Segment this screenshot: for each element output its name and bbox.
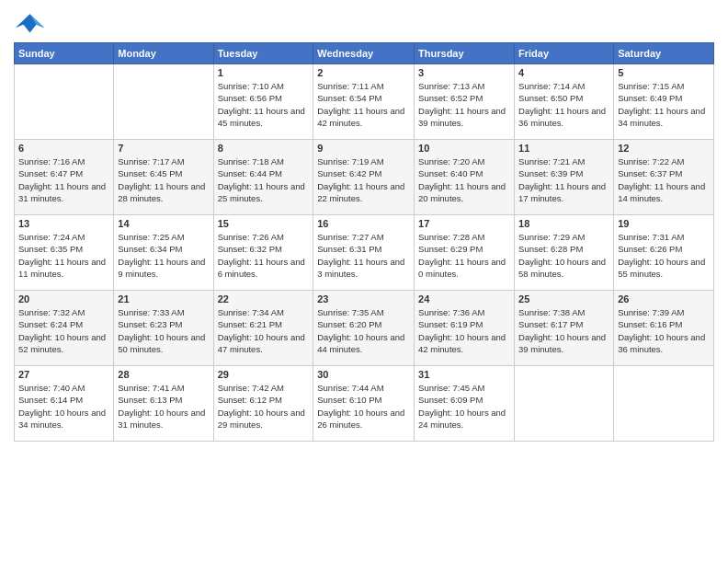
day-number: 19 xyxy=(618,218,710,229)
calendar-cell: 6Sunrise: 7:16 AM Sunset: 6:47 PM Daylig… xyxy=(15,140,114,215)
calendar-week-2: 6Sunrise: 7:16 AM Sunset: 6:47 PM Daylig… xyxy=(15,140,714,215)
day-info: Sunrise: 7:35 AM Sunset: 6:20 PM Dayligh… xyxy=(317,306,410,355)
logo xyxy=(14,9,50,35)
day-number: 21 xyxy=(118,293,209,304)
day-number: 5 xyxy=(618,67,710,78)
weekday-header-tuesday: Tuesday xyxy=(213,43,313,64)
weekday-header-saturday: Saturday xyxy=(614,43,714,64)
day-number: 25 xyxy=(518,293,609,304)
calendar-cell: 29Sunrise: 7:42 AM Sunset: 6:12 PM Dayli… xyxy=(213,366,313,442)
calendar-cell xyxy=(114,64,213,140)
day-info: Sunrise: 7:10 AM Sunset: 6:56 PM Dayligh… xyxy=(218,80,310,129)
calendar-cell: 9Sunrise: 7:19 AM Sunset: 6:42 PM Daylig… xyxy=(313,140,415,215)
day-info: Sunrise: 7:25 AM Sunset: 6:34 PM Dayligh… xyxy=(118,231,209,280)
calendar-cell: 18Sunrise: 7:29 AM Sunset: 6:28 PM Dayli… xyxy=(515,215,614,291)
weekday-header-friday: Friday xyxy=(515,43,614,64)
day-info: Sunrise: 7:16 AM Sunset: 6:47 PM Dayligh… xyxy=(18,155,109,204)
svg-marker-0 xyxy=(16,14,45,32)
day-number: 7 xyxy=(118,143,209,154)
day-info: Sunrise: 7:18 AM Sunset: 6:44 PM Dayligh… xyxy=(218,155,310,204)
calendar-header: SundayMondayTuesdayWednesdayThursdayFrid… xyxy=(15,43,714,64)
calendar-cell: 21Sunrise: 7:33 AM Sunset: 6:23 PM Dayli… xyxy=(114,291,213,366)
day-number: 27 xyxy=(18,369,109,380)
calendar-table: SundayMondayTuesdayWednesdayThursdayFrid… xyxy=(14,42,714,442)
calendar-week-5: 27Sunrise: 7:40 AM Sunset: 6:14 PM Dayli… xyxy=(15,366,714,442)
day-number: 31 xyxy=(418,369,510,380)
calendar-cell: 2Sunrise: 7:11 AM Sunset: 6:54 PM Daylig… xyxy=(313,64,415,140)
day-info: Sunrise: 7:31 AM Sunset: 6:26 PM Dayligh… xyxy=(618,231,710,280)
day-number: 11 xyxy=(518,143,609,154)
day-number: 23 xyxy=(317,293,410,304)
day-info: Sunrise: 7:32 AM Sunset: 6:24 PM Dayligh… xyxy=(18,306,109,355)
calendar-cell: 22Sunrise: 7:34 AM Sunset: 6:21 PM Dayli… xyxy=(213,291,313,366)
weekday-header-monday: Monday xyxy=(114,43,213,64)
calendar-cell: 3Sunrise: 7:13 AM Sunset: 6:52 PM Daylig… xyxy=(415,64,515,140)
day-number: 17 xyxy=(418,218,510,229)
calendar-container: SundayMondayTuesdayWednesdayThursdayFrid… xyxy=(0,0,728,563)
calendar-cell xyxy=(515,366,614,442)
weekday-header-sunday: Sunday xyxy=(15,43,114,64)
day-info: Sunrise: 7:40 AM Sunset: 6:14 PM Dayligh… xyxy=(18,382,109,431)
day-number: 14 xyxy=(118,218,209,229)
day-number: 16 xyxy=(317,218,410,229)
day-info: Sunrise: 7:20 AM Sunset: 6:40 PM Dayligh… xyxy=(418,155,510,204)
day-info: Sunrise: 7:19 AM Sunset: 6:42 PM Dayligh… xyxy=(317,155,410,204)
calendar-week-4: 20Sunrise: 7:32 AM Sunset: 6:24 PM Dayli… xyxy=(15,291,714,366)
calendar-cell: 23Sunrise: 7:35 AM Sunset: 6:20 PM Dayli… xyxy=(313,291,415,366)
day-info: Sunrise: 7:36 AM Sunset: 6:19 PM Dayligh… xyxy=(418,306,510,355)
day-info: Sunrise: 7:14 AM Sunset: 6:50 PM Dayligh… xyxy=(518,80,609,129)
day-info: Sunrise: 7:33 AM Sunset: 6:23 PM Dayligh… xyxy=(118,306,209,355)
calendar-cell: 24Sunrise: 7:36 AM Sunset: 6:19 PM Dayli… xyxy=(415,291,515,366)
day-info: Sunrise: 7:17 AM Sunset: 6:45 PM Dayligh… xyxy=(118,155,209,204)
calendar-cell: 15Sunrise: 7:26 AM Sunset: 6:32 PM Dayli… xyxy=(213,215,313,291)
calendar-cell: 30Sunrise: 7:44 AM Sunset: 6:10 PM Dayli… xyxy=(313,366,415,442)
day-number: 22 xyxy=(218,293,310,304)
day-info: Sunrise: 7:42 AM Sunset: 6:12 PM Dayligh… xyxy=(218,382,310,431)
header xyxy=(14,9,714,35)
calendar-cell: 31Sunrise: 7:45 AM Sunset: 6:09 PM Dayli… xyxy=(415,366,515,442)
day-number: 13 xyxy=(18,218,109,229)
day-number: 18 xyxy=(518,218,609,229)
calendar-cell: 1Sunrise: 7:10 AM Sunset: 6:56 PM Daylig… xyxy=(213,64,313,140)
day-info: Sunrise: 7:38 AM Sunset: 6:17 PM Dayligh… xyxy=(518,306,609,355)
day-info: Sunrise: 7:26 AM Sunset: 6:32 PM Dayligh… xyxy=(218,231,310,280)
calendar-cell: 25Sunrise: 7:38 AM Sunset: 6:17 PM Dayli… xyxy=(515,291,614,366)
day-info: Sunrise: 7:21 AM Sunset: 6:39 PM Dayligh… xyxy=(518,155,609,204)
day-number: 29 xyxy=(218,369,310,380)
day-number: 30 xyxy=(317,369,410,380)
day-info: Sunrise: 7:24 AM Sunset: 6:35 PM Dayligh… xyxy=(18,231,109,280)
calendar-cell: 11Sunrise: 7:21 AM Sunset: 6:39 PM Dayli… xyxy=(515,140,614,215)
day-info: Sunrise: 7:13 AM Sunset: 6:52 PM Dayligh… xyxy=(418,80,510,129)
calendar-cell: 19Sunrise: 7:31 AM Sunset: 6:26 PM Dayli… xyxy=(614,215,714,291)
calendar-cell: 12Sunrise: 7:22 AM Sunset: 6:37 PM Dayli… xyxy=(614,140,714,215)
calendar-cell: 26Sunrise: 7:39 AM Sunset: 6:16 PM Dayli… xyxy=(614,291,714,366)
day-number: 10 xyxy=(418,143,510,154)
day-info: Sunrise: 7:41 AM Sunset: 6:13 PM Dayligh… xyxy=(118,382,209,431)
day-number: 24 xyxy=(418,293,510,304)
day-number: 3 xyxy=(418,67,510,78)
weekday-row: SundayMondayTuesdayWednesdayThursdayFrid… xyxy=(15,43,714,64)
weekday-header-wednesday: Wednesday xyxy=(313,43,415,64)
day-number: 8 xyxy=(218,143,310,154)
day-info: Sunrise: 7:15 AM Sunset: 6:49 PM Dayligh… xyxy=(618,80,710,129)
day-number: 15 xyxy=(218,218,310,229)
day-info: Sunrise: 7:44 AM Sunset: 6:10 PM Dayligh… xyxy=(317,382,410,431)
calendar-cell: 5Sunrise: 7:15 AM Sunset: 6:49 PM Daylig… xyxy=(614,64,714,140)
calendar-cell: 8Sunrise: 7:18 AM Sunset: 6:44 PM Daylig… xyxy=(213,140,313,215)
calendar-cell: 27Sunrise: 7:40 AM Sunset: 6:14 PM Dayli… xyxy=(15,366,114,442)
calendar-cell: 20Sunrise: 7:32 AM Sunset: 6:24 PM Dayli… xyxy=(15,291,114,366)
calendar-week-3: 13Sunrise: 7:24 AM Sunset: 6:35 PM Dayli… xyxy=(15,215,714,291)
logo-icon xyxy=(14,9,46,35)
day-number: 2 xyxy=(317,67,410,78)
day-info: Sunrise: 7:34 AM Sunset: 6:21 PM Dayligh… xyxy=(218,306,310,355)
calendar-cell: 13Sunrise: 7:24 AM Sunset: 6:35 PM Dayli… xyxy=(15,215,114,291)
calendar-cell: 16Sunrise: 7:27 AM Sunset: 6:31 PM Dayli… xyxy=(313,215,415,291)
calendar-cell: 10Sunrise: 7:20 AM Sunset: 6:40 PM Dayli… xyxy=(415,140,515,215)
day-info: Sunrise: 7:28 AM Sunset: 6:29 PM Dayligh… xyxy=(418,231,510,280)
calendar-cell xyxy=(614,366,714,442)
day-number: 20 xyxy=(18,293,109,304)
day-info: Sunrise: 7:39 AM Sunset: 6:16 PM Dayligh… xyxy=(618,306,710,355)
day-number: 9 xyxy=(317,143,410,154)
calendar-cell xyxy=(15,64,114,140)
day-number: 1 xyxy=(218,67,310,78)
